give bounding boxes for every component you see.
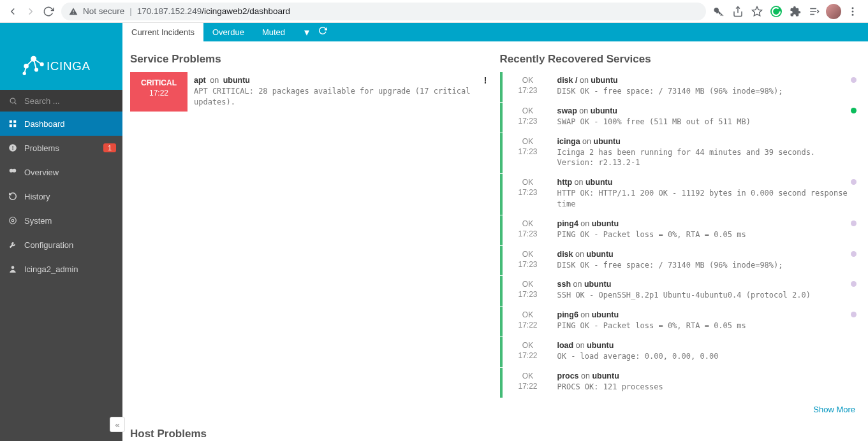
- problem-time: 17:22: [133, 89, 185, 98]
- recov-state: OK17:23: [503, 276, 554, 306]
- recovered-row[interactable]: OK17:23ping4 on ubuntuPING OK - Packet l…: [500, 215, 861, 245]
- key-icon[interactable]: [710, 3, 728, 20]
- forward-button[interactable]: [22, 3, 40, 20]
- recov-service: load: [557, 341, 574, 350]
- tab-dropdown-icon[interactable]: ▾: [304, 26, 309, 38]
- recovered-row[interactable]: OK17:23disk / on ubuntuDISK OK - free sp…: [500, 72, 861, 102]
- user-icon: [8, 264, 18, 273]
- recov-output: PING OK - Packet loss = 0%, RTA = 0.05 m…: [557, 321, 857, 331]
- recov-service: ssh: [557, 280, 571, 289]
- nav-history[interactable]: History: [0, 184, 122, 208]
- service-problems-column: Service Problems CRITICAL 17:22 apt on u…: [130, 49, 491, 423]
- address-bar[interactable]: Not secure | 170.187.152.249/icingaweb2/…: [61, 3, 706, 20]
- problem-row[interactable]: CRITICAL 17:22 apt on ubuntu APT CRITICA…: [130, 72, 491, 112]
- recov-on: on: [580, 219, 589, 228]
- recovered-row[interactable]: OK17:23disk on ubuntuDISK OK - free spac…: [500, 246, 861, 276]
- perfdata-dot-icon: [851, 179, 857, 185]
- svg-text:ICINGA: ICINGA: [47, 59, 91, 73]
- recovered-title: Recently Recovered Services: [500, 49, 861, 72]
- tab-refresh-icon[interactable]: [318, 26, 327, 38]
- recov-time: 17:23: [505, 188, 551, 197]
- recov-host: ubuntu: [592, 310, 619, 319]
- url-host: 170.187.152.249: [137, 6, 202, 16]
- host-problems-title: Host Problems: [130, 423, 860, 440]
- recovered-row[interactable]: OK17:22procs on ubuntuPROCS OK: 121 proc…: [500, 368, 861, 398]
- nav-user-label: Icinga2_admin: [24, 264, 78, 274]
- problem-state-label: CRITICAL: [133, 78, 185, 87]
- dashboard-tabs: Current Incidents Overdue Muted ▾: [0, 23, 868, 41]
- recov-output: Icinga 2 has been running for 44 minutes…: [557, 147, 857, 169]
- grammarly-icon[interactable]: [767, 3, 785, 20]
- svg-point-29: [10, 217, 17, 224]
- recovered-row[interactable]: OK17:23icinga on ubuntuIcinga 2 has been…: [500, 133, 861, 174]
- recov-state: OK17:23: [503, 103, 554, 133]
- star-icon[interactable]: [748, 3, 766, 20]
- nav-user[interactable]: Icinga2_admin: [0, 257, 122, 281]
- recov-ok-label: OK: [505, 280, 551, 289]
- perfdata-dot-icon: [851, 251, 857, 257]
- tab-muted[interactable]: Muted: [253, 23, 294, 41]
- recovered-row[interactable]: OK17:23http on ubuntuHTTP OK: HTTP/1.1 2…: [500, 174, 861, 215]
- recov-host: ubuntu: [585, 178, 612, 187]
- recovered-row[interactable]: OK17:23swap on ubuntuSWAP OK - 100% free…: [500, 103, 861, 133]
- recov-on: on: [581, 372, 590, 380]
- recov-on: on: [573, 280, 582, 289]
- nav-history-label: History: [24, 192, 50, 201]
- tab-overdue[interactable]: Overdue: [203, 23, 253, 41]
- extensions-icon[interactable]: [786, 3, 804, 20]
- recovered-row[interactable]: OK17:22load on ubuntuOK - load average: …: [500, 337, 861, 367]
- recov-output: PING OK - Packet loss = 0%, RTA = 0.05 m…: [557, 229, 857, 240]
- search-placeholder: Search ...: [24, 96, 60, 106]
- perfdata-dot-icon: [851, 220, 857, 226]
- perfdata-dot-icon: [851, 108, 857, 113]
- recov-ok-label: OK: [505, 219, 551, 228]
- recov-output: DISK OK - free space: / 73140 MB (96% in…: [557, 86, 857, 97]
- reload-button[interactable]: [40, 3, 57, 20]
- recov-host: ubuntu: [587, 341, 614, 350]
- recov-output: HTTP OK: HTTP/1.1 200 OK - 11192 bytes i…: [557, 188, 857, 210]
- brand-logo[interactable]: ICINGA: [0, 41, 122, 90]
- share-icon[interactable]: [729, 3, 747, 20]
- not-secure-label: Not secure: [83, 6, 124, 16]
- recov-on: on: [579, 106, 588, 115]
- problems-icon: !: [8, 143, 18, 152]
- recov-ok-label: OK: [505, 310, 551, 319]
- menu-icon[interactable]: [844, 3, 862, 20]
- recov-service: icinga: [557, 137, 580, 146]
- history-icon: [8, 192, 18, 201]
- nav-dashboard[interactable]: Dashboard: [0, 112, 122, 136]
- reading-list-icon[interactable]: [805, 3, 823, 20]
- recov-service: http: [557, 178, 573, 187]
- nav-system-label: System: [24, 216, 52, 226]
- nav-system[interactable]: System: [0, 208, 122, 233]
- recov-on: on: [576, 341, 585, 350]
- profile-avatar[interactable]: [825, 3, 842, 20]
- tab-current-incidents[interactable]: Current Incidents: [122, 23, 203, 41]
- back-button[interactable]: [4, 3, 22, 20]
- recov-state: OK17:23: [503, 215, 554, 245]
- recovered-row[interactable]: OK17:23ssh on ubuntuSSH OK - OpenSSH_8.2…: [500, 276, 861, 306]
- recov-output: SSH OK - OpenSSH_8.2p1 Ubuntu-4ubuntu0.4…: [557, 290, 857, 301]
- recovered-row[interactable]: OK17:22ping6 on ubuntuPING OK - Packet l…: [500, 307, 861, 336]
- nav-problems[interactable]: ! Problems 1: [0, 136, 122, 160]
- recov-state: OK17:23: [503, 246, 554, 276]
- nav-configuration[interactable]: Configuration: [0, 233, 122, 257]
- nav-problems-label: Problems: [24, 143, 59, 153]
- svg-point-18: [10, 98, 15, 103]
- problems-badge: 1: [103, 143, 116, 152]
- search-input[interactable]: Search ...: [0, 90, 122, 112]
- nav-overview[interactable]: Overview: [0, 160, 122, 184]
- recov-service: disk: [557, 250, 573, 259]
- recov-output: SWAP OK - 100% free (511 MB out of 511 M…: [557, 117, 857, 127]
- recov-host: ubuntu: [584, 280, 611, 289]
- svg-point-6: [852, 10, 854, 12]
- recov-time: 17:23: [505, 147, 551, 156]
- recov-on: on: [575, 250, 584, 259]
- recov-state: OK17:23: [503, 72, 554, 102]
- recov-host: ubuntu: [586, 250, 613, 259]
- recov-host: ubuntu: [592, 219, 619, 228]
- svg-line-13: [26, 59, 34, 66]
- show-more-link[interactable]: Show More: [813, 405, 855, 414]
- sidebar: ICINGA Search ... Dashboard ! Problems 1…: [0, 41, 122, 441]
- recov-on: on: [575, 178, 584, 187]
